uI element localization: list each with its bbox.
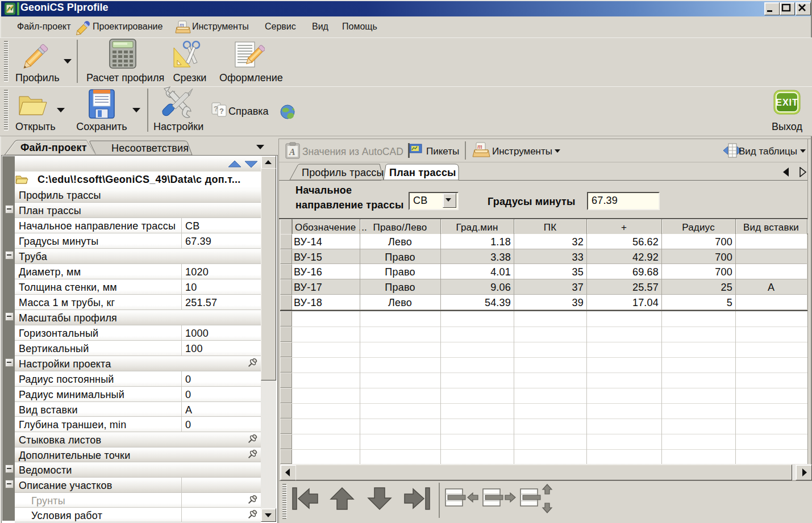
svg-text:EXIT: EXIT	[776, 98, 798, 107]
svg-text:m: m	[477, 143, 482, 150]
svg-text:?: ?	[219, 107, 224, 115]
svg-text:A: A	[289, 147, 295, 157]
svg-text:m: m	[180, 21, 184, 28]
